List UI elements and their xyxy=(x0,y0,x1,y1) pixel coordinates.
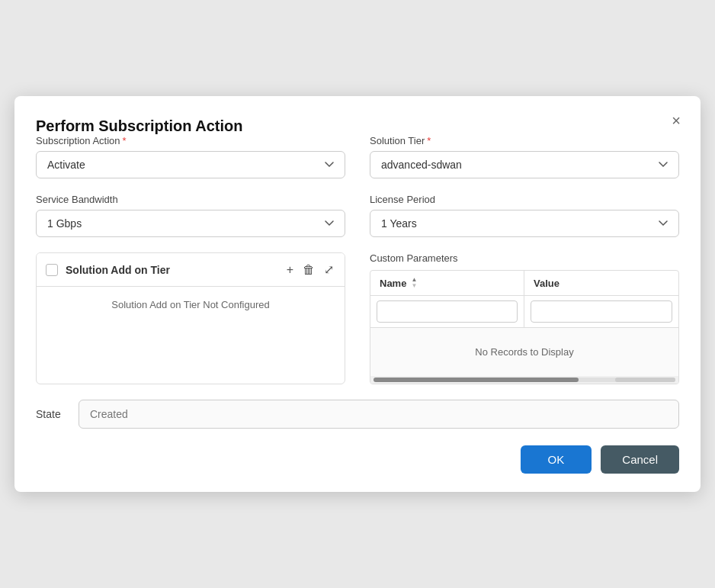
cp-name-input[interactable] xyxy=(377,300,518,323)
subscription-action-field: Subscription Action * Activate xyxy=(36,135,345,178)
license-period-label: License Period xyxy=(370,194,679,205)
solution-tier-select[interactable]: advanced-sdwan xyxy=(370,151,679,178)
cp-name-input-cell xyxy=(370,296,524,327)
cp-value-header: Value xyxy=(524,271,678,295)
close-button[interactable]: × xyxy=(667,111,685,130)
cp-scrollbar-thumb2 xyxy=(615,378,675,382)
cp-value-input-cell xyxy=(524,296,678,327)
service-bandwidth-select[interactable]: 1 Gbps xyxy=(36,210,345,237)
state-label: State xyxy=(36,408,66,420)
add-row-button[interactable]: + xyxy=(285,262,295,278)
service-bandwidth-label: Service Bandwidth xyxy=(36,194,345,205)
state-input[interactable] xyxy=(79,400,679,429)
cp-scrollbar[interactable] xyxy=(370,376,678,384)
expand-button[interactable]: ⤢ xyxy=(322,261,335,278)
cancel-button[interactable]: Cancel xyxy=(601,445,679,474)
solution-addon-actions: + 🗑 ⤢ xyxy=(285,261,335,278)
custom-parameters-section: Custom Parameters Name ▲ ▼ Value xyxy=(370,252,679,384)
custom-params-table: Name ▲ ▼ Value No Re xyxy=(370,270,679,384)
solution-tier-label: Solution Tier * xyxy=(370,135,679,146)
plus-icon: + xyxy=(287,263,293,277)
cp-scrollbar-track xyxy=(374,378,675,382)
cp-empty-message: No Records to Display xyxy=(370,328,678,376)
cp-scrollbar-thumb xyxy=(374,378,579,382)
service-bandwidth-field: Service Bandwidth 1 Gbps xyxy=(36,194,345,237)
footer-buttons: OK Cancel xyxy=(36,445,679,474)
license-period-field: License Period 1 Years xyxy=(370,194,679,237)
sort-icon: ▲ ▼ xyxy=(411,277,417,289)
solution-tier-field: Solution Tier * advanced-sdwan xyxy=(370,135,679,178)
ok-button[interactable]: OK xyxy=(521,445,592,474)
solution-addon-empty: Solution Add on Tier Not Configured xyxy=(37,287,345,323)
top-form-grid: Subscription Action * Activate Solution … xyxy=(36,135,679,237)
custom-params-label: Custom Parameters xyxy=(370,252,679,264)
solution-addon-table: Solution Add on Tier + 🗑 ⤢ Solution Add … xyxy=(36,252,345,384)
cp-value-input[interactable] xyxy=(531,300,672,323)
cp-header-row: Name ▲ ▼ Value xyxy=(370,271,678,296)
state-row: State xyxy=(36,400,679,429)
cp-name-header: Name ▲ ▼ xyxy=(370,271,524,295)
dialog-title: Perform Subscription Action xyxy=(36,117,243,134)
solution-addon-col-label: Solution Add on Tier xyxy=(66,264,277,276)
perform-subscription-dialog: Perform Subscription Action × Subscripti… xyxy=(14,96,701,492)
expand-icon: ⤢ xyxy=(324,262,334,277)
license-period-select[interactable]: 1 Years xyxy=(370,210,679,237)
required-star-2: * xyxy=(427,135,431,146)
bottom-section: Solution Add on Tier + 🗑 ⤢ Solution Add … xyxy=(36,252,679,384)
trash-icon: 🗑 xyxy=(303,263,315,277)
solution-addon-checkbox[interactable] xyxy=(46,264,58,276)
cp-input-row xyxy=(370,296,678,328)
subscription-action-label: Subscription Action * xyxy=(36,135,345,146)
solution-addon-header-row: Solution Add on Tier + 🗑 ⤢ xyxy=(37,253,345,287)
delete-row-button[interactable]: 🗑 xyxy=(301,262,316,278)
subscription-action-select[interactable]: Activate xyxy=(36,151,345,178)
required-star: * xyxy=(123,135,127,146)
